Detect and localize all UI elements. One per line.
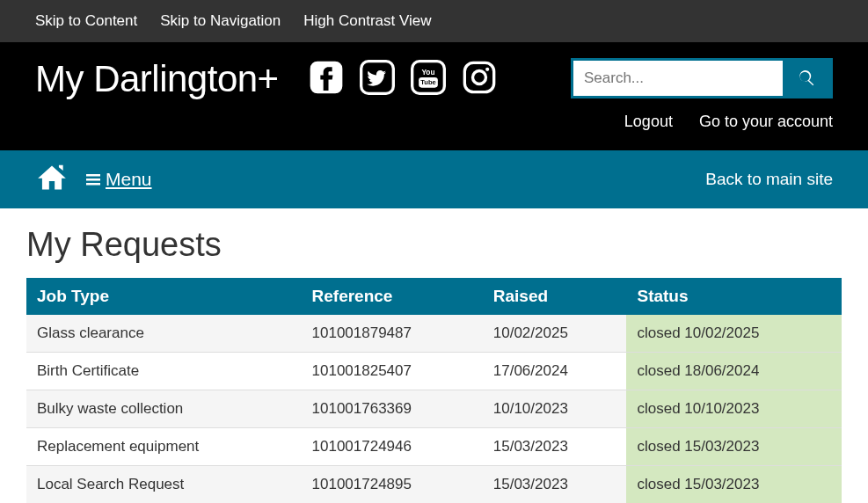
header-left: My Darlington+ YouTube <box>35 58 497 100</box>
menu-label: Menu <box>106 169 152 190</box>
nav-left: Menu <box>35 163 152 196</box>
search-button[interactable] <box>783 61 830 96</box>
cell-reference: 101001724895 <box>302 466 483 504</box>
instagram-link[interactable] <box>462 60 497 98</box>
cell-status: closed 15/03/2023 <box>626 466 842 504</box>
cell-reference: 101001724946 <box>302 428 483 466</box>
header-right: Logout Go to your account <box>571 58 833 131</box>
cell-status: closed 10/02/2025 <box>626 315 842 353</box>
col-reference: Reference <box>302 278 483 315</box>
svg-rect-10 <box>86 179 100 181</box>
account-link[interactable]: Go to your account <box>699 113 833 131</box>
cell-raised: 10/02/2025 <box>483 315 627 353</box>
header: My Darlington+ YouTube Logout Go to <box>0 42 868 150</box>
cell-status: closed 18/06/2024 <box>626 353 842 390</box>
svg-rect-9 <box>86 174 100 177</box>
cell-jobType: Glass clearance <box>26 315 302 353</box>
menu-toggle[interactable]: Menu <box>86 169 152 190</box>
back-to-main-link[interactable]: Back to main site <box>705 170 833 188</box>
high-contrast-link[interactable]: High Contrast View <box>303 12 431 30</box>
svg-point-8 <box>485 68 489 71</box>
facebook-icon <box>309 60 344 95</box>
cell-jobType: Replacement equipment <box>26 428 302 466</box>
table-row[interactable]: Replacement equipment10100172494615/03/2… <box>26 428 842 466</box>
svg-point-7 <box>472 71 485 84</box>
requests-table: Job Type Reference Raised Status Glass c… <box>26 278 842 503</box>
col-status: Status <box>626 278 842 315</box>
logout-link[interactable]: Logout <box>624 113 673 131</box>
col-jobtype: Job Type <box>26 278 302 315</box>
cell-status: closed 10/10/2023 <box>626 390 842 428</box>
skip-bar: Skip to Content Skip to Navigation High … <box>0 0 868 42</box>
svg-rect-11 <box>86 183 100 186</box>
table-row[interactable]: Birth Certificate10100182540717/06/2024c… <box>26 353 842 390</box>
home-icon <box>35 163 69 193</box>
cell-reference: 101001763369 <box>302 390 483 428</box>
cell-jobType: Bulky waste collection <box>26 390 302 428</box>
cell-raised: 17/06/2024 <box>483 353 627 390</box>
cell-raised: 10/10/2023 <box>483 390 627 428</box>
cell-reference: 101001879487 <box>302 315 483 353</box>
cell-jobType: Birth Certificate <box>26 353 302 390</box>
cell-jobType: Local Search Request <box>26 466 302 504</box>
search-input[interactable] <box>573 61 783 96</box>
table-row[interactable]: Glass clearance10100187948710/02/2025clo… <box>26 315 842 353</box>
instagram-icon <box>462 60 497 95</box>
svg-text:You: You <box>421 68 434 77</box>
svg-rect-6 <box>464 62 493 91</box>
svg-text:Tube: Tube <box>420 78 435 86</box>
twitter-link[interactable] <box>360 60 395 98</box>
col-raised: Raised <box>483 278 627 315</box>
account-links: Logout Go to your account <box>624 113 833 131</box>
main-content: My Requests Job Type Reference Raised St… <box>0 208 868 503</box>
twitter-icon <box>360 60 395 95</box>
cell-status: closed 15/03/2023 <box>626 428 842 466</box>
hamburger-icon <box>86 172 100 186</box>
facebook-link[interactable] <box>309 60 344 98</box>
cell-reference: 101001825407 <box>302 353 483 390</box>
home-link[interactable] <box>35 163 69 196</box>
site-title: My Darlington+ <box>35 58 279 100</box>
table-header-row: Job Type Reference Raised Status <box>26 278 842 315</box>
youtube-icon: YouTube <box>411 60 446 95</box>
search-form <box>571 58 833 98</box>
cell-raised: 15/03/2023 <box>483 428 627 466</box>
skip-to-navigation-link[interactable]: Skip to Navigation <box>160 12 281 30</box>
nav-right: Back to main site <box>705 170 833 189</box>
social-icons: YouTube <box>309 60 497 98</box>
page-title: My Requests <box>26 226 842 264</box>
search-icon <box>797 69 816 88</box>
cell-raised: 15/03/2023 <box>483 466 627 504</box>
nav-bar: Menu Back to main site <box>0 150 868 208</box>
table-row[interactable]: Bulky waste collection10100176336910/10/… <box>26 390 842 428</box>
table-row[interactable]: Local Search Request10100172489515/03/20… <box>26 466 842 504</box>
skip-to-content-link[interactable]: Skip to Content <box>35 12 137 30</box>
youtube-link[interactable]: YouTube <box>411 60 446 98</box>
